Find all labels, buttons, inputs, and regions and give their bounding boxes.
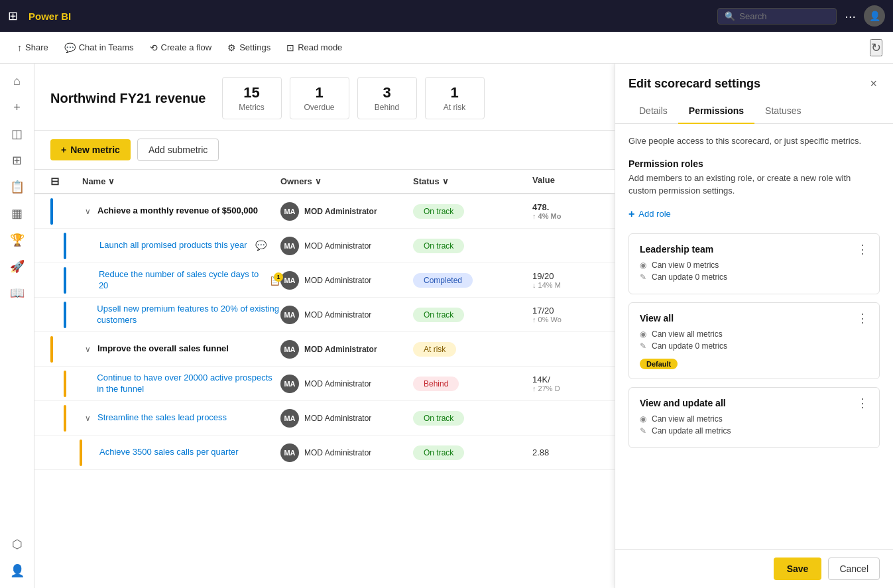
add-submetric-label: Add submetric	[149, 145, 208, 155]
create-flow-button[interactable]: ⟲ Create a flow	[143, 38, 219, 57]
table-row[interactable]: Continue to have over 20000 active prosp…	[34, 367, 615, 401]
sidebar-item-reports[interactable]: 📋	[5, 175, 29, 199]
sidebar-item-dashboard[interactable]: ▦	[5, 202, 29, 225]
grid-icon[interactable]: ⊞	[8, 9, 18, 23]
owner-name: MOD Administrator	[304, 207, 377, 216]
save-button[interactable]: Save	[774, 558, 822, 580]
metric-name[interactable]: Streamline the sales lead process	[97, 412, 227, 424]
new-metric-button[interactable]: + New metric	[50, 139, 131, 160]
sidebar-item-apps[interactable]: ⬡	[5, 532, 29, 556]
search-input[interactable]	[739, 11, 819, 21]
metric-name[interactable]: Achieve a monthly revenue of $500,000	[97, 206, 258, 217]
role-menu-button[interactable]: ⋮	[857, 397, 868, 409]
status-badge: On track	[413, 445, 464, 460]
cancel-button[interactable]: Cancel	[828, 558, 880, 580]
row-name-cell: Launch all promised products this year 💬	[82, 240, 280, 251]
chat-icon: 💬	[255, 240, 267, 251]
role-menu-button[interactable]: ⋮	[857, 312, 868, 324]
status-badge: On track	[413, 204, 464, 219]
status-cell: On track	[413, 411, 532, 426]
owner-cell: MA MOD Administrator	[280, 340, 413, 359]
metric-name[interactable]: Upsell new premium features to 20% of ex…	[97, 304, 280, 326]
search-box[interactable]: 🔍	[717, 8, 837, 25]
status-sort-icon: ∨	[442, 176, 449, 186]
notification-badge: 1	[274, 272, 283, 282]
sidebar-item-scorecard[interactable]: 🏆	[5, 228, 29, 252]
at-risk-count: 1	[439, 84, 471, 101]
at-risk-label: At risk	[439, 103, 471, 112]
row-indicator-cell	[50, 405, 82, 432]
sidebar-item-profile[interactable]: 👤	[5, 559, 29, 583]
owner-name: MOD Administrator	[304, 345, 377, 354]
tab-details[interactable]: Details	[628, 99, 678, 124]
panel-description: Give people access to this scorecard, or…	[628, 135, 880, 148]
expand-button[interactable]: ∨	[82, 343, 93, 355]
add-submetric-button[interactable]: Add submetric	[137, 139, 219, 161]
row-indicator-cell	[50, 440, 82, 466]
col-status-header[interactable]: Status ∨	[413, 175, 532, 188]
metric-name[interactable]: Launch all promised products this year	[99, 240, 247, 251]
table-row[interactable]: ∨ Improve the overall sales funnel MA MO…	[34, 332, 615, 367]
metric-name[interactable]: Reduce the number of sales cycle days to…	[99, 269, 261, 292]
status-badge: Behind	[413, 377, 459, 391]
share-button[interactable]: ↑ Share	[11, 38, 55, 57]
settings-button[interactable]: ⚙ Settings	[221, 38, 277, 57]
role-menu-button[interactable]: ⋮	[857, 243, 868, 255]
status-cell: On track	[413, 204, 532, 219]
flow-icon: ⟲	[150, 42, 158, 53]
refresh-button[interactable]: ↻	[870, 39, 882, 56]
new-metric-plus-icon: +	[61, 145, 66, 155]
panel-title: Edit scorecard settings	[628, 77, 861, 91]
sidebar-item-rocket[interactable]: 🚀	[5, 255, 29, 278]
owner-avatar: MA	[280, 271, 299, 290]
role-card-header: Leadership team ⋮	[640, 243, 868, 255]
expand-button[interactable]: ∨	[82, 206, 93, 217]
read-mode-button[interactable]: ⊡ Read mode	[280, 38, 349, 57]
owner-name: MOD Administrator	[304, 414, 371, 423]
col-name-header[interactable]: Name ∨	[82, 175, 280, 188]
owner-cell: MA MOD Administrator	[280, 202, 413, 221]
metric-name[interactable]: Achieve 3500 sales calls per quarter	[99, 447, 239, 458]
value-cell: 17/20 ↑ 0% Wo	[532, 306, 599, 323]
permission-roles-title: Permission roles	[628, 158, 880, 169]
table-row[interactable]: Achieve 3500 sales calls per quarter MA …	[34, 436, 615, 470]
chat-in-teams-button[interactable]: 💬 Chat in Teams	[58, 38, 141, 57]
sidebar-item-data[interactable]: ⊞	[5, 148, 29, 172]
owner-avatar: MA	[280, 340, 299, 359]
table-row[interactable]: ∨ Achieve a monthly revenue of $500,000 …	[34, 194, 615, 229]
add-role-button[interactable]: + Add role	[628, 208, 671, 220]
role-card-header: View all ⋮	[640, 312, 868, 324]
search-icon: 🔍	[725, 11, 735, 21]
permission-roles-desc: Add members to an existing role, or crea…	[628, 172, 880, 198]
owner-name: MOD Administrator	[304, 310, 371, 320]
expand-button[interactable]: ∨	[82, 412, 93, 424]
read-mode-label: Read mode	[298, 42, 342, 52]
table-row[interactable]: Reduce the number of sales cycle days to…	[34, 263, 615, 298]
sidebar-item-browse[interactable]: ◫	[5, 122, 29, 146]
sidebar-item-book[interactable]: 📖	[5, 281, 29, 305]
sidebar-item-add[interactable]: +	[5, 95, 29, 119]
col-owners-header[interactable]: Owners ∨	[280, 175, 413, 188]
sidebar-item-home[interactable]: ⌂	[5, 69, 29, 93]
table-row[interactable]: Upsell new premium features to 20% of ex…	[34, 298, 615, 332]
table-row[interactable]: Launch all promised products this year 💬…	[34, 229, 615, 263]
value-cell: 14K/ ↑ 27% D	[532, 375, 599, 392]
metric-name[interactable]: Improve the overall sales funnel	[97, 343, 229, 355]
value-cell: 19/20 ↓ 14% M	[532, 271, 599, 289]
user-avatar[interactable]: 👤	[864, 5, 885, 27]
overdue-count: 1	[304, 84, 335, 101]
owner-cell: MA MOD Administrator	[280, 375, 413, 393]
at-risk-count-card: 1 At risk	[425, 77, 485, 119]
status-badge: On track	[413, 239, 464, 253]
behind-count-card: 3 Behind	[357, 77, 417, 119]
behind-count: 3	[371, 84, 403, 101]
panel-close-button[interactable]: ×	[867, 74, 880, 93]
tab-statuses[interactable]: Statuses	[754, 99, 811, 124]
metric-name[interactable]: Continue to have over 20000 active prosp…	[97, 373, 280, 395]
role-permission: ✎ Can update all metrics	[640, 426, 868, 436]
tab-permissions[interactable]: Permissions	[678, 99, 754, 124]
add-role-plus-icon: +	[628, 208, 634, 220]
table-row[interactable]: ∨ Streamline the sales lead process MA M…	[34, 401, 615, 436]
more-options-icon[interactable]: ···	[845, 9, 856, 24]
role-card: View all ⋮ ◉ Can view all metrics ✎ Can …	[628, 302, 880, 379]
